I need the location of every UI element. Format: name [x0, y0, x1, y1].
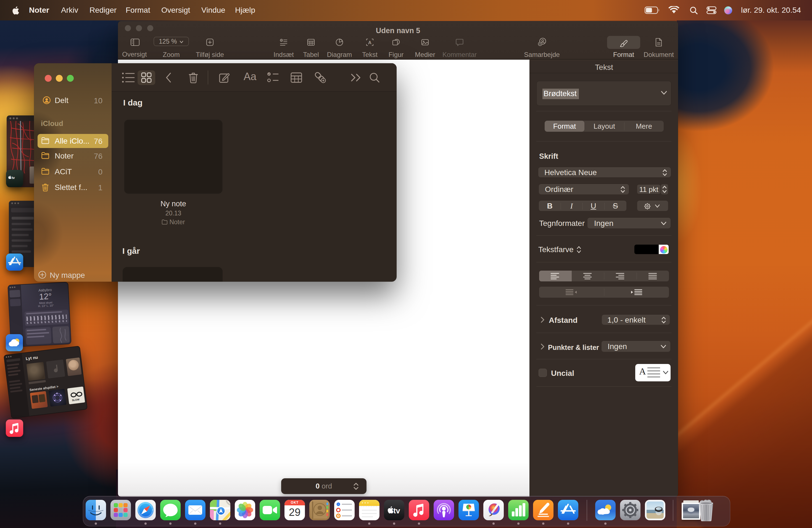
- svg-text:A: A: [368, 40, 372, 45]
- svg-text:tv: tv: [393, 507, 400, 515]
- svg-text:tv: tv: [12, 176, 15, 180]
- svg-text:SLOW: SLOW: [72, 398, 80, 402]
